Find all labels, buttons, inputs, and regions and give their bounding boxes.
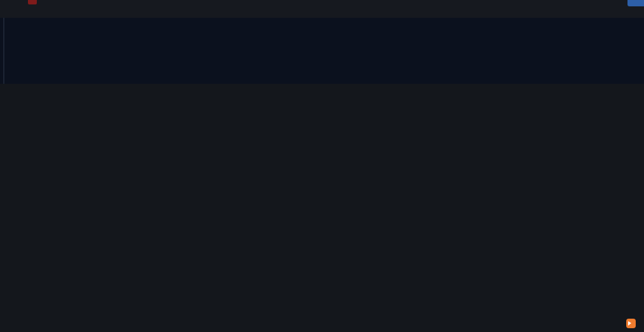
eahub-watermark — [626, 319, 639, 328]
tab-trajectory[interactable] — [183, 4, 189, 6]
red-badge — [28, 0, 37, 4]
equity-chart[interactable] — [0, 18, 644, 84]
top-right-button-fragment[interactable] — [627, 0, 644, 6]
topbar — [0, 0, 644, 18]
eahub-logo-icon — [626, 319, 636, 328]
